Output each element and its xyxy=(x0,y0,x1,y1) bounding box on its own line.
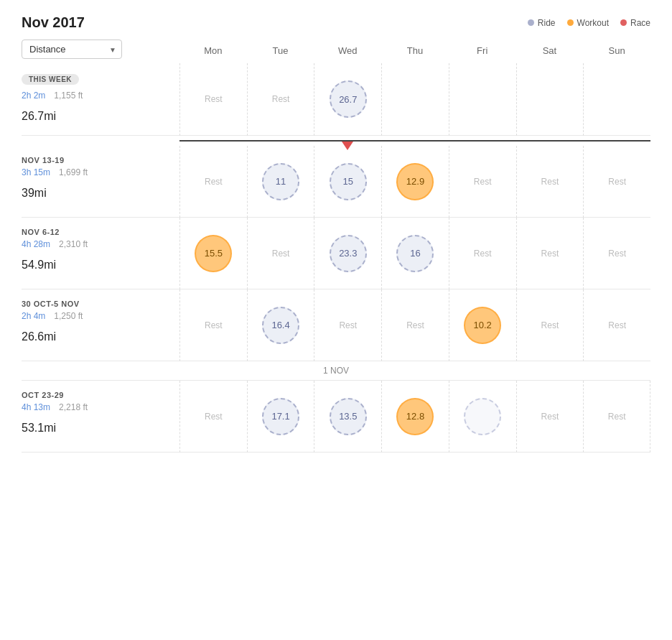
week-distance-2: 54.9mi xyxy=(22,251,179,274)
week-summary-3: 30 OCT-5 NOV 2h 4m 1,250 ft 26.6mi xyxy=(22,289,179,361)
week-label-3: 30 OCT-5 NOV xyxy=(22,300,179,308)
week-summary-4: OCT 23-29 4h 13m 2,218 ft 53.1mi xyxy=(22,381,179,453)
day-cell-4-3[interactable]: 12.8 xyxy=(381,381,449,453)
col-header-tue: Tue xyxy=(247,40,314,63)
month-separator: 1 NOV xyxy=(22,361,650,381)
day-cell-0-3 xyxy=(381,63,449,136)
day-cell-1-1[interactable]: 11 xyxy=(247,146,314,218)
week-distance-3: 26.6mi xyxy=(22,323,179,345)
bubble-workout-4-3[interactable]: 12.8 xyxy=(396,398,434,435)
day-cell-2-2[interactable]: 23.3 xyxy=(314,218,381,289)
day-cell-3-6: Rest xyxy=(583,289,650,361)
bubble-workout-3-4[interactable]: 10.2 xyxy=(464,307,501,344)
progress-bar xyxy=(179,140,650,142)
rest-label: Rest xyxy=(608,412,626,422)
day-cell-4-1[interactable]: 17.1 xyxy=(247,381,314,453)
day-cell-2-3[interactable]: 16 xyxy=(381,218,449,289)
week-elevation-0: 1,155 ft xyxy=(54,91,83,101)
rest-label: Rest xyxy=(541,249,559,259)
week-distance-1: 39mi xyxy=(22,179,179,202)
day-cell-0-2[interactable]: 26.7 xyxy=(314,63,381,136)
bubble-ride-0-2[interactable]: 26.7 xyxy=(330,80,367,118)
day-cell-4-4[interactable] xyxy=(449,381,516,453)
week-elevation-3: 1,250 ft xyxy=(54,311,83,321)
week-time-3: 2h 4m xyxy=(22,311,45,321)
week-elevation-2: 2,310 ft xyxy=(59,239,88,249)
bubble-workout-2-0[interactable]: 15.5 xyxy=(195,235,232,272)
distance-dropdown[interactable]: Distance Time Elevation xyxy=(22,40,122,59)
day-cell-4-2[interactable]: 13.5 xyxy=(314,381,381,453)
day-cell-0-5 xyxy=(516,63,584,136)
unit-1: mi xyxy=(34,187,47,199)
unit-4: mi xyxy=(44,422,56,434)
week-stats-3: 2h 4m 1,250 ft xyxy=(22,311,179,321)
week-label-1: NOV 13-19 xyxy=(22,156,179,164)
day-cell-4-5: Rest xyxy=(516,381,584,453)
day-cell-3-4[interactable]: 10.2 xyxy=(449,289,516,361)
calendar-grid: Distance Time Elevation ▼ Mon Tue Wed Th… xyxy=(22,40,650,453)
rest-label: Rest xyxy=(541,177,559,187)
unit-2: mi xyxy=(44,259,56,271)
week-distance-0: 26.7mi xyxy=(22,102,179,125)
page-container: Nov 2017 Ride Workout Race Distance Time xyxy=(0,0,672,467)
unit-3: mi xyxy=(44,330,56,343)
legend: Ride Workout Race xyxy=(528,18,650,28)
week-time-2: 4h 28m xyxy=(22,239,50,249)
day-cell-3-3: Rest xyxy=(381,289,449,361)
rest-label: Rest xyxy=(272,94,290,104)
day-cell-3-1[interactable]: 16.4 xyxy=(247,289,314,361)
day-cell-1-5: Rest xyxy=(516,146,584,218)
bubble-empty-4-4[interactable] xyxy=(464,398,501,435)
rest-label: Rest xyxy=(205,94,223,104)
day-cell-0-0: Rest xyxy=(179,63,247,136)
col-header-thu: Thu xyxy=(381,40,449,63)
day-cell-1-3[interactable]: 12.9 xyxy=(381,146,449,218)
week-summary-2: NOV 6-12 4h 28m 2,310 ft 54.9mi xyxy=(22,218,179,289)
day-cell-2-1: Rest xyxy=(247,218,314,289)
bubble-ride-2-3[interactable]: 16 xyxy=(396,235,434,272)
bubble-ride-1-2[interactable]: 15 xyxy=(330,163,367,200)
day-cell-1-0: Rest xyxy=(179,146,247,218)
week-elevation-1: 1,699 ft xyxy=(59,167,88,177)
week-time-1: 3h 15m xyxy=(22,167,50,177)
week-label-2: NOV 6-12 xyxy=(22,228,179,236)
day-cell-2-0[interactable]: 15.5 xyxy=(179,218,247,289)
legend-ride: Ride xyxy=(528,18,556,28)
day-cell-1-2[interactable]: 15 xyxy=(314,146,381,218)
week-stats-1: 3h 15m 1,699 ft xyxy=(22,167,179,177)
col-header-fri: Fri xyxy=(449,40,516,63)
day-cell-1-6: Rest xyxy=(583,146,650,218)
week-distance-4: 53.1mi xyxy=(22,414,179,437)
current-week-indicator xyxy=(22,136,650,146)
bubble-ride-4-1[interactable]: 17.1 xyxy=(262,398,299,435)
race-dot xyxy=(620,19,627,26)
week-time-0: 2h 2m xyxy=(22,91,45,101)
bubble-ride-3-1[interactable]: 16.4 xyxy=(262,307,299,344)
week-stats-0: 2h 2m 1,155 ft xyxy=(22,91,179,101)
day-cell-4-6: Rest xyxy=(583,381,650,453)
ride-label: Ride xyxy=(538,18,556,28)
day-cell-3-2: Rest xyxy=(314,289,381,361)
rest-label: Rest xyxy=(272,249,290,259)
rest-label: Rest xyxy=(339,320,357,330)
ride-dot xyxy=(528,19,534,26)
day-cell-2-4: Rest xyxy=(449,218,516,289)
workout-dot xyxy=(567,19,574,26)
week-stats-4: 4h 13m 2,218 ft xyxy=(22,402,179,412)
race-label: Race xyxy=(630,18,650,28)
rest-label: Rest xyxy=(608,177,626,187)
day-cell-0-1: Rest xyxy=(247,63,314,136)
rest-label: Rest xyxy=(205,177,223,187)
day-cell-4-0: Rest xyxy=(179,381,247,453)
bubble-workout-1-3[interactable]: 12.9 xyxy=(396,163,434,200)
bubble-ride-4-2[interactable]: 13.5 xyxy=(330,398,367,435)
legend-workout: Workout xyxy=(567,18,609,28)
day-cell-1-4: Rest xyxy=(449,146,516,218)
bubble-ride-2-2[interactable]: 23.3 xyxy=(330,235,367,272)
bubble-ride-1-1[interactable]: 11 xyxy=(262,163,299,200)
rest-label: Rest xyxy=(474,177,492,187)
this-week-label: THIS WEEK xyxy=(22,74,79,85)
col-header-sun: Sun xyxy=(583,40,650,63)
week-elevation-4: 2,218 ft xyxy=(59,402,88,412)
rest-label: Rest xyxy=(608,249,626,259)
